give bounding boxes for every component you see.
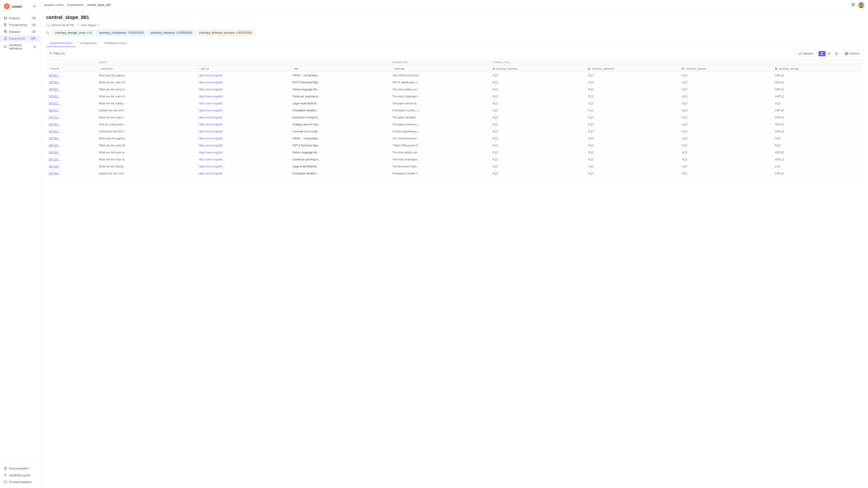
breadcrumb-section[interactable]: Experiments <box>67 3 84 6</box>
sidebar-item-documentation[interactable]: Documentation <box>0 465 40 472</box>
sidebar-item-datasets[interactable]: Datasets 22 <box>0 28 40 35</box>
table-row: 067222... What are the main dif... https… <box>46 79 863 86</box>
cell-item-id[interactable]: 067193... <box>46 149 96 156</box>
item-id-link[interactable]: 067193... <box>49 172 60 175</box>
score-comment-conc: 4 💬 <box>682 123 687 126</box>
sidebar-item-projects[interactable]: Projects 23 <box>0 15 40 22</box>
page-title: central_slope_881 <box>46 14 863 20</box>
tab-experiment-items[interactable]: Experiment items <box>46 39 76 47</box>
cell-s-rel: 5 💬 <box>585 170 679 177</box>
filter-button[interactable]: Filters (0) <box>46 51 68 57</box>
cell-item-id[interactable]: 067222... <box>46 114 96 121</box>
item-id-link[interactable]: 067193... <box>49 158 60 161</box>
score-comment-rel: 5 💬 <box>588 130 594 133</box>
svg-rect-7 <box>6 18 7 20</box>
cell-item-id[interactable]: 067222... <box>46 79 96 86</box>
svg-rect-4 <box>4 17 5 18</box>
flask-icon <box>4 37 7 40</box>
score-val-tech: 4 <box>493 102 494 105</box>
item-id-link[interactable]: 067222... <box>49 88 60 91</box>
comment-icon-conc: 💬 <box>684 116 687 119</box>
score-val-rel: 2 <box>588 102 590 105</box>
th-item-id[interactable]: ≡ Item ID <box>46 66 96 72</box>
cell-s-avg: 5 💬 <box>772 142 863 149</box>
score-val-conc: 4 <box>682 88 684 91</box>
cell-s-tech: 5 💬 <box>490 93 585 100</box>
item-id-link[interactable]: 067193... <box>49 165 60 168</box>
edit-scores-icon[interactable]: ✏️ <box>46 31 50 35</box>
th-pdf-url[interactable]: ≡ pdf_url <box>196 66 289 72</box>
cell-item-id[interactable]: 067193... <box>46 170 96 177</box>
sidebar-item-prompt-library[interactable]: Prompt library 19 <box>0 22 40 28</box>
cell-pdf-url: https://arxiv.org/pdf/... <box>196 114 289 121</box>
score-val-conc: 4 <box>682 172 684 175</box>
meta-link-item[interactable]: 📄 arXiv Papers ↗ <box>76 24 100 27</box>
item-id-link[interactable]: 067222... <box>49 95 60 98</box>
score-comment-tech: 5 💬 <box>493 95 498 98</box>
sidebar-item-feedback-definitions[interactable]: Feedback definitions 4 <box>0 42 40 52</box>
view-grid-button[interactable] <box>818 51 826 56</box>
comment-icon-conc: 💬 <box>684 123 687 126</box>
tab-configuration[interactable]: Configuration <box>76 39 101 47</box>
tab-feedback-scores[interactable]: Feedback scores <box>101 39 130 47</box>
view-compact-button[interactable] <box>833 51 840 56</box>
cell-item-id[interactable]: 067222... <box>46 121 96 128</box>
item-id-link[interactable]: 067222... <box>49 109 60 112</box>
item-id-link[interactable]: 067222... <box>49 74 60 77</box>
compare-button[interactable]: Compare <box>795 51 816 57</box>
th-title[interactable]: ≡ title <box>289 66 390 72</box>
cell-item-id[interactable]: 067193... <box>46 135 96 142</box>
cell-item-id[interactable]: 067222... <box>46 93 96 100</box>
item-id-link[interactable]: 067222... <box>49 130 60 133</box>
cell-item-id[interactable]: 067193... <box>46 156 96 163</box>
sidebar-toggle-button[interactable] <box>32 4 37 8</box>
score-comment-tech: 5 💬 <box>493 130 498 133</box>
score-val-rel: 4 <box>588 137 590 140</box>
th-summary[interactable]: ≡ summary <box>390 66 490 72</box>
th-instruction[interactable]: ≡ instruction <box>96 66 196 72</box>
item-id-link[interactable]: 067222... <box>49 81 60 84</box>
item-id-link[interactable]: 067222... <box>49 123 60 126</box>
apps-grid-icon[interactable] <box>851 3 856 7</box>
compact-view-icon <box>835 52 838 55</box>
score-val-rel: 5 <box>588 109 590 112</box>
view-list-button[interactable] <box>826 51 833 56</box>
score-comment-conc: 3 💬 <box>682 137 687 140</box>
cell-instruction: Summarize the key fi... <box>96 128 196 135</box>
cell-s-tech: 5 💬 <box>490 86 585 93</box>
rocket-icon <box>4 473 7 477</box>
score-comment-tech: 5 💬 <box>493 116 498 119</box>
sidebar-nav: Projects 23 Prompt library 19 Datasets 2… <box>0 13 40 463</box>
comment-icon-rel: 💬 <box>590 109 594 112</box>
cell-item-id[interactable]: 067222... <box>46 86 96 93</box>
item-id-link[interactable]: 067193... <box>49 144 60 147</box>
cell-item-id[interactable]: 067222... <box>46 128 96 135</box>
item-id-link[interactable]: 067193... <box>49 137 60 140</box>
cell-item-id[interactable]: 067222... <box>46 100 96 107</box>
cell-item-id[interactable]: 067222... <box>46 107 96 114</box>
score-comment-conc: 3 💬 <box>682 102 687 105</box>
cell-item-id[interactable]: 067193... <box>46 163 96 170</box>
breadcrumb-workspace[interactable]: jacques-comet <box>44 3 64 6</box>
cell-pdf-url: https://arxiv.org/pdf/... <box>196 128 289 135</box>
compare-button-label: Compare <box>802 52 813 55</box>
cell-s-tech: 4 💬 <box>490 100 585 107</box>
item-id-link[interactable]: 067222... <box>49 102 60 105</box>
user-avatar[interactable] <box>858 2 864 8</box>
item-id-link[interactable]: 067193... <box>49 151 60 154</box>
cell-item-id[interactable]: 067193... <box>46 142 96 149</box>
cell-s-tech: 3 💬 <box>490 163 585 170</box>
score-tag-0: summary_average_score 4.41 <box>53 30 95 35</box>
cell-s-conc: 4 💬 <box>679 149 772 156</box>
columns-button[interactable]: Columns <box>842 51 863 57</box>
cell-item-id[interactable]: 067222... <box>46 72 96 79</box>
score-val-tech: 5 <box>493 158 494 161</box>
score-val-conc: 4 <box>682 151 684 154</box>
sidebar-item-provide-feedback[interactable]: Provide feedback <box>0 479 40 485</box>
svg-rect-1 <box>33 5 36 6</box>
cell-s-rel: 5 💬 <box>585 149 679 156</box>
sidebar-item-quickstart[interactable]: Quickstart guide <box>0 472 40 479</box>
sidebar-item-experiments[interactable]: Experiments 292 <box>0 35 40 42</box>
item-id-link[interactable]: 067222... <box>49 116 60 119</box>
cell-s-tech: 5 💬 <box>490 149 585 156</box>
